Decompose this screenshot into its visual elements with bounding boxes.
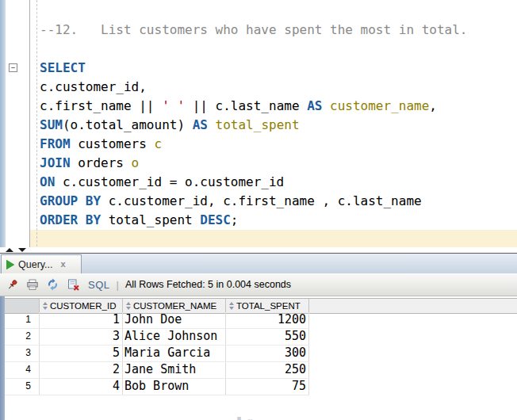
code-token: c.customer_id, c.first_name , c.last_nam… (101, 193, 422, 208)
results-toolbar: SQL | All Rows Fetched: 5 in 0.004 secon… (0, 273, 517, 296)
watermark: مستقل mostaql.com (218, 415, 305, 420)
code-token (322, 98, 330, 113)
code-token: AS (193, 117, 208, 132)
close-tab-icon[interactable]: x (61, 260, 66, 269)
code-line: --12. List customers who have spent the … (40, 21, 467, 40)
code-token: total_spent (216, 117, 300, 132)
code-area[interactable]: --12. List customers who have spent the … (40, 21, 467, 230)
table-cell[interactable]: 1 (40, 312, 123, 328)
header-filler (309, 299, 517, 313)
code-token: o (132, 155, 140, 170)
table-row[interactable]: 42Jane Smith250 (5, 362, 309, 379)
table-cell[interactable]: John Doe (123, 312, 226, 328)
row-number-header (5, 299, 40, 313)
editor-gutter (6, 0, 30, 247)
code-line: JOIN orders o (40, 154, 467, 173)
watermark-arabic: مستقل (218, 415, 305, 420)
table-cell[interactable]: 4 (40, 379, 123, 395)
column-header-customer_name[interactable]: CUSTOMER_NAME (123, 299, 226, 313)
refresh-icon[interactable] (46, 278, 59, 291)
clear-results-icon[interactable] (67, 279, 80, 291)
table-cell[interactable]: Maria Garcia (123, 346, 226, 361)
table-row[interactable]: 35Maria Garcia300 (5, 346, 309, 362)
code-line: ON c.customer_id = o.customer_id (40, 173, 467, 192)
code-line: SUM(o.total_amount) AS total_spent (40, 116, 467, 135)
code-token: ORDER BY (40, 212, 101, 227)
splitter-up-icon[interactable] (6, 248, 13, 252)
code-token: ; (231, 212, 239, 227)
column-header-label: CUSTOMER_NAME (133, 301, 216, 311)
grid-header-row: CUSTOMER_IDCUSTOMER_NAMETOTAL_SPENT (5, 298, 517, 314)
table-row[interactable]: 54Bob Brown75 (5, 379, 309, 395)
results-tab-bar: Query... x (0, 254, 517, 274)
table-cell[interactable]: Bob Brown (123, 379, 226, 395)
sql-link[interactable]: SQL (88, 279, 110, 291)
code-token: GROUP BY (40, 193, 101, 208)
table-cell[interactable]: 550 (226, 329, 309, 345)
tab-query-result[interactable]: Query... x (1, 254, 82, 273)
code-token: DESC (200, 212, 231, 227)
code-token: SUM (40, 117, 63, 132)
grid-body: 11John Doe120023Alice Johnson55035Maria … (5, 312, 309, 395)
code-token: || c.last_name (185, 98, 307, 113)
splitter-down-icon[interactable] (18, 248, 26, 252)
table-row[interactable]: 11John Doe1200 (5, 312, 309, 329)
current-line-highlight (30, 230, 517, 247)
table-cell[interactable]: Alice Johnson (123, 329, 226, 345)
table-row[interactable]: 23Alice Johnson550 (5, 329, 309, 346)
table-cell[interactable]: Jane Smith (123, 362, 226, 378)
code-token: FROM (40, 136, 71, 151)
row-number-cell[interactable]: 2 (5, 329, 40, 345)
fetch-status-text: All Rows Fetched: 5 in 0.004 seconds (125, 279, 291, 290)
pin-icon[interactable] (7, 279, 19, 291)
code-token: c.customer_id = o.customer_id (55, 174, 284, 189)
code-token: ON (40, 174, 55, 189)
code-token: customer_name (330, 98, 429, 113)
code-line: c.first_name || ' ' || c.last_name AS cu… (40, 97, 467, 116)
toolbar-separator: | (117, 279, 119, 291)
query-result-panel: Query... x (0, 254, 517, 420)
code-token: AS (307, 98, 322, 113)
code-token: customers (71, 136, 155, 151)
code-token: (o.total_amount) (63, 117, 193, 132)
code-line: SELECT (40, 59, 467, 78)
code-token: total_spent (101, 212, 200, 227)
run-query-icon (6, 260, 14, 269)
sort-icon[interactable] (229, 302, 234, 310)
row-number-cell[interactable]: 4 (5, 362, 40, 378)
column-header-label: TOTAL_SPENT (236, 301, 301, 311)
sort-icon[interactable] (43, 302, 48, 310)
code-token: JOIN (40, 155, 71, 170)
table-cell[interactable]: 3 (40, 329, 123, 345)
code-line (40, 40, 467, 59)
result-grid[interactable]: CUSTOMER_IDCUSTOMER_NAMETOTAL_SPENT 11Jo… (0, 296, 517, 420)
code-token: --12. List customers who have spent the … (40, 22, 467, 37)
code-line: c.customer_id, (40, 78, 467, 97)
row-number-cell[interactable]: 3 (5, 346, 40, 361)
row-number-cell[interactable]: 1 (5, 312, 40, 328)
code-token: c.customer_id, (40, 79, 147, 94)
indent-guide (36, 0, 37, 246)
code-token: ' ' (162, 98, 185, 113)
table-cell[interactable]: 5 (40, 346, 123, 361)
panel-splitter[interactable] (0, 247, 517, 254)
sort-icon[interactable] (126, 302, 131, 310)
code-token: orders (71, 155, 132, 170)
printer-icon[interactable] (26, 279, 39, 291)
table-cell[interactable]: 250 (226, 362, 309, 378)
code-line: FROM customers c (40, 135, 467, 154)
column-header-total_spent[interactable]: TOTAL_SPENT (226, 299, 309, 313)
editor-left-strip (0, 0, 6, 247)
code-token: c.first_name || (40, 98, 162, 113)
code-token: c (155, 136, 163, 151)
code-line: GROUP BY c.customer_id, c.first_name , c… (40, 192, 467, 211)
table-cell[interactable]: 75 (226, 379, 309, 395)
code-fold-toggle-icon[interactable]: − (9, 63, 17, 72)
row-number-cell[interactable]: 5 (5, 379, 40, 395)
table-cell[interactable]: 300 (226, 346, 309, 361)
column-header-customer_id[interactable]: CUSTOMER_ID (40, 299, 123, 313)
column-header-label: CUSTOMER_ID (50, 301, 117, 311)
table-cell[interactable]: 1200 (226, 312, 309, 328)
sql-editor[interactable]: − --12. List customers who have spent th… (0, 0, 517, 247)
table-cell[interactable]: 2 (40, 362, 123, 378)
